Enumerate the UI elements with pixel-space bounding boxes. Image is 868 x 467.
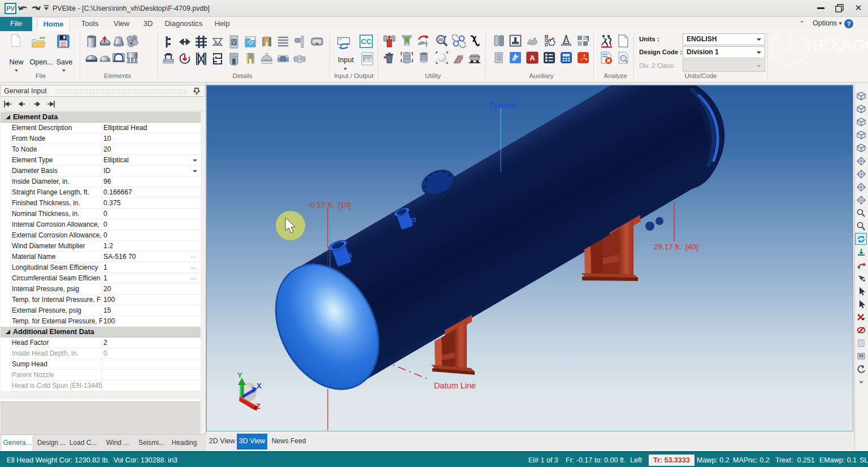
- svg-text:X: X: [257, 382, 262, 390]
- svg-text:A: A: [530, 54, 535, 62]
- svg-text:Y: Y: [237, 371, 242, 379]
- svg-text:N5: N5: [344, 252, 352, 259]
- svg-text:-0.17 ft. [10]: -0.17 ft. [10]: [308, 201, 351, 209]
- svg-text:Cylinder: Cylinder: [489, 101, 517, 110]
- svg-text:CC: CC: [361, 37, 372, 46]
- svg-text:N3: N3: [408, 217, 416, 223]
- svg-text:29.17 ft. [40]: 29.17 ft. [40]: [654, 243, 698, 251]
- svg-text:Datum Line: Datum Line: [434, 381, 476, 390]
- svg-text:Z: Z: [256, 402, 261, 410]
- svg-text:2D: 2D: [439, 38, 444, 42]
